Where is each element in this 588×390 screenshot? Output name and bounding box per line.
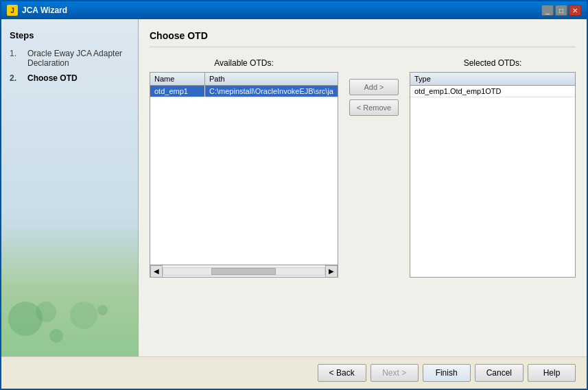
- back-button[interactable]: < Back: [318, 364, 366, 382]
- available-table-body[interactable]: otd_emp1 C:\mepinstall\OracleInvokeEJB\s…: [150, 86, 338, 265]
- step-2-label: Choose OTD: [27, 73, 78, 83]
- available-table-row[interactable]: otd_emp1 C:\mepinstall\OracleInvokeEJB\s…: [150, 86, 338, 97]
- main-panel: Choose OTD Available OTDs: Name Path otd…: [139, 19, 587, 356]
- step-1-label: Oracle Eway JCA Adapter Declaration: [27, 49, 130, 68]
- type-col-header: Type: [410, 73, 575, 86]
- cancel-button[interactable]: Cancel: [475, 364, 524, 382]
- sidebar-item-2: 2. Choose OTD: [10, 73, 130, 83]
- sidebar: Steps 1. Oracle Eway JCA Adapter Declara…: [1, 19, 139, 356]
- selected-otds-section: Selected OTDs: Type otd_emp1.Otd_emp1OTD: [410, 58, 576, 278]
- app-icon: J: [7, 5, 18, 16]
- sidebar-item-1: 1. Oracle Eway JCA Adapter Declaration: [10, 49, 130, 68]
- otd-area: Available OTDs: Name Path otd_emp1 C:\me…: [150, 58, 576, 345]
- steps-title: Steps: [10, 30, 130, 40]
- minimize-button[interactable]: _: [541, 5, 554, 16]
- remove-button[interactable]: < Remove: [349, 99, 399, 116]
- available-otds-table: Name Path otd_emp1 C:\mepinstall\OracleI…: [150, 72, 338, 278]
- close-button[interactable]: ✕: [569, 5, 581, 16]
- window-title: JCA Wizard: [22, 5, 67, 15]
- title-bar-left: J JCA Wizard: [7, 5, 67, 16]
- available-table-header: Name Path: [150, 73, 338, 86]
- help-button[interactable]: Help: [528, 364, 576, 382]
- sidebar-decoration: [1, 295, 138, 350]
- available-otds-label: Available OTDs:: [150, 58, 338, 68]
- jca-wizard-window: J JCA Wizard _ □ ✕ Steps 1. Oracle Eway …: [0, 0, 588, 390]
- selected-otds-table: Type otd_emp1.Otd_emp1OTD: [410, 72, 576, 278]
- footer: < Back Next > Finish Cancel Help: [1, 356, 587, 389]
- available-otds-section: Available OTDs: Name Path otd_emp1 C:\me…: [150, 58, 338, 278]
- path-col-header: Path: [205, 73, 338, 85]
- add-button[interactable]: Add >: [349, 79, 399, 95]
- available-row-name: otd_emp1: [150, 86, 205, 97]
- title-controls: _ □ ✕: [541, 5, 581, 16]
- selected-table-row[interactable]: otd_emp1.Otd_emp1OTD: [410, 86, 575, 97]
- scroll-right-btn[interactable]: ▶: [325, 265, 338, 278]
- step-2-number: 2.: [10, 73, 23, 83]
- maximize-button[interactable]: □: [555, 5, 567, 16]
- scroll-thumb[interactable]: [211, 268, 276, 275]
- name-col-header: Name: [150, 73, 205, 85]
- next-button[interactable]: Next >: [371, 364, 419, 382]
- selected-otds-label: Selected OTDs:: [410, 58, 576, 68]
- title-bar: J JCA Wizard _ □ ✕: [1, 1, 587, 19]
- main-content: Steps 1. Oracle Eway JCA Adapter Declara…: [1, 19, 587, 356]
- scroll-track[interactable]: [163, 267, 325, 276]
- available-table-scrollbar[interactable]: ◀ ▶: [150, 265, 338, 277]
- step-1-number: 1.: [10, 49, 23, 68]
- transfer-buttons: Add > < Remove: [346, 79, 401, 116]
- panel-title: Choose OTD: [150, 30, 576, 47]
- scroll-left-btn[interactable]: ◀: [150, 265, 163, 278]
- available-row-path: C:\mepinstall\OracleInvokeEJB\src\ja: [205, 86, 338, 97]
- finish-button[interactable]: Finish: [423, 364, 471, 382]
